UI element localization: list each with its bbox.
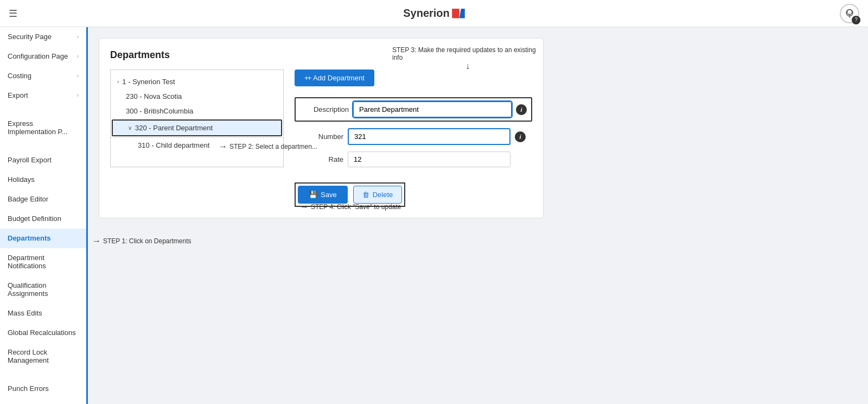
sidebar-item-costing[interactable]: Costing ›: [0, 66, 86, 86]
hamburger-menu-icon[interactable]: ☰: [9, 8, 17, 20]
sidebar-divider: [0, 142, 86, 150]
tree-item-british-columbia[interactable]: 300 - BritishColumbia: [111, 104, 283, 118]
description-form-group: Description i: [295, 97, 532, 122]
sidebar-item-badge-editor[interactable]: Badge Editor: [0, 190, 86, 209]
sidebar-item-departments[interactable]: Departments: [0, 229, 86, 248]
sidebar-item-global-recalculations[interactable]: Global Recalculations: [0, 323, 86, 343]
number-form-group: Number i: [295, 128, 532, 145]
dept-form-area: + + Add Department Description i Number …: [295, 70, 532, 207]
logo-text: Synerion: [403, 7, 450, 20]
sidebar-item-record-lock-management[interactable]: Record Lock Management: [0, 343, 86, 370]
chevron-right-icon: ›: [77, 34, 79, 40]
sidebar-item-express-impl[interactable]: Express Implementation P...: [0, 114, 86, 142]
sidebar-item-export[interactable]: Export ›: [0, 86, 86, 105]
help-button[interactable]: [840, 4, 859, 23]
tree-item-parent-department[interactable]: ∨ 320 - Parent Department: [112, 119, 282, 136]
step1-annotation: → STEP 1: Click on Departments: [92, 236, 192, 246]
dept-layout: › 1 - Synerion Test 230 - Nova Scotia 30…: [110, 70, 532, 207]
expand-icon: ›: [117, 79, 119, 85]
sidebar-item-submit-transaction-file[interactable]: Submit Transaction File: [0, 399, 86, 404]
sidebar-divider: [0, 370, 86, 379]
trash-icon: 🗑: [362, 191, 369, 199]
dept-tree: › 1 - Synerion Test 230 - Nova Scotia 30…: [110, 70, 284, 167]
main-layout: Security Page › Configuration Page › Cos…: [0, 27, 868, 404]
sidebar-item-punch-errors[interactable]: Punch Errors: [0, 379, 86, 399]
rate-input[interactable]: [348, 152, 510, 167]
sidebar-item-mass-edits[interactable]: Mass Edits: [0, 304, 86, 323]
rate-form-group: Rate: [295, 152, 532, 167]
save-icon: 💾: [309, 191, 317, 199]
description-label: Description: [300, 105, 349, 113]
tree-item-synerion-test[interactable]: › 1 - Synerion Test: [111, 74, 283, 89]
number-info-icon[interactable]: i: [515, 131, 526, 142]
sidebar-item-security-page[interactable]: Security Page ›: [0, 27, 86, 47]
sidebar-item-holidays[interactable]: Holidays: [0, 170, 86, 190]
chevron-right-icon: ›: [77, 92, 79, 98]
rate-label: Rate: [295, 155, 343, 163]
sidebar-item-payroll-export[interactable]: Payroll Export: [0, 150, 86, 170]
number-input[interactable]: [348, 128, 510, 145]
arrow-right-icon: →: [300, 202, 309, 212]
add-department-button[interactable]: + + Add Department: [295, 70, 374, 86]
actions-area: 💾 Save 🗑 Delete → STEP 4: Click "Save": [295, 174, 532, 207]
collapse-icon: ∨: [128, 125, 132, 131]
sidebar: Security Page › Configuration Page › Cos…: [0, 27, 88, 404]
chevron-right-icon: ›: [77, 53, 79, 59]
step4-annotation: → STEP 4: Click "Save" to update: [300, 202, 401, 212]
sidebar-item-qualification-assignments[interactable]: Qualification Assignments: [0, 276, 86, 304]
tree-item-nova-scotia[interactable]: 230 - Nova Scotia: [111, 89, 283, 104]
sidebar-item-budget-definition[interactable]: Budget Definition: [0, 209, 86, 229]
sidebar-item-configuration-page[interactable]: Configuration Page ›: [0, 47, 86, 66]
main-content: → STEP 1: Click on Departments Departmen…: [88, 27, 868, 404]
step3-annotation: STEP 3: Make the required updates to an …: [392, 46, 543, 71]
logo: Synerion: [403, 7, 465, 20]
delete-button[interactable]: 🗑 Delete: [353, 186, 403, 204]
sidebar-item-department-notifications[interactable]: Department Notifications: [0, 248, 86, 276]
arrow-right-icon: →: [92, 236, 101, 246]
departments-panel: Departments STEP 3: Make the required up…: [99, 38, 544, 218]
arrow-right-icon: →: [219, 142, 227, 152]
sidebar-divider: [0, 105, 86, 114]
chevron-right-icon: ›: [77, 73, 79, 79]
description-info-icon[interactable]: i: [516, 104, 527, 115]
description-input[interactable]: [353, 102, 512, 117]
save-button[interactable]: 💾 Save: [298, 186, 348, 204]
number-label: Number: [295, 132, 343, 141]
header: ☰ Synerion: [0, 0, 868, 27]
logo-icon: [452, 9, 465, 18]
